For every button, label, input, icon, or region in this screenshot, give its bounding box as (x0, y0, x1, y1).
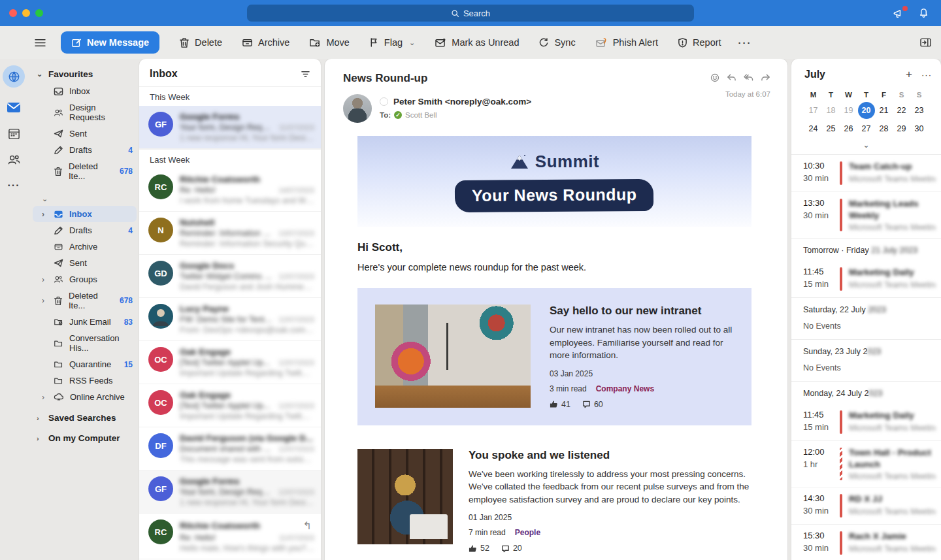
new-event-plus-icon[interactable]: + (906, 68, 912, 81)
agenda-event[interactable]: 13:3030 min Marketing Leads WeeklyMicros… (791, 191, 941, 238)
message-row[interactable]: RC Ritchie Coatsworth Re: Hello!14/07/20… (139, 169, 321, 212)
reply-icon[interactable] (727, 73, 736, 82)
featured-article-card[interactable]: Say hello to our new intranet Our new in… (357, 288, 751, 425)
comment-icon[interactable] (501, 544, 510, 553)
search-input[interactable]: Search (247, 5, 694, 22)
article-row[interactable]: You spoke and we listened We've been wor… (357, 449, 751, 553)
hamburger-menu-icon[interactable] (34, 38, 46, 48)
select-message-checkbox[interactable] (380, 97, 388, 106)
favourites-section-header[interactable]: ⌄ Favourites (33, 67, 137, 83)
thumbs-up-icon[interactable] (469, 544, 477, 553)
reaction-icon[interactable] (710, 73, 719, 82)
expand-arrow-icon[interactable]: › (42, 210, 44, 219)
agenda-event[interactable]: 12:001 hr Town Hall - Product LaunchMicr… (791, 440, 941, 487)
calendar-module-icon[interactable] (8, 127, 20, 140)
agenda-event[interactable]: 14:3030 min RD X JJMicrosoft Teams Meeti… (791, 487, 941, 524)
phish-alert-button[interactable]: Phish Alert (595, 37, 658, 48)
sidebar-item-fav-design-requests[interactable]: Design Requests (33, 99, 137, 125)
agenda-event[interactable]: 11:4515 min Marketing DailyMicrosoft Tea… (791, 261, 941, 297)
day-cell[interactable]: 29 (893, 120, 910, 137)
agenda-event[interactable]: 11:4515 min Marketing DailyMicrosoft Tea… (791, 404, 941, 440)
day-cell[interactable]: 26 (840, 120, 857, 137)
calendar-more-icon[interactable]: ··· (921, 70, 932, 80)
agenda-event[interactable]: 15:3030 min Rach X JamieMicrosoft Teams … (791, 524, 941, 560)
email-to[interactable]: Scott Bell (405, 111, 437, 119)
account-globe-icon[interactable] (3, 65, 25, 88)
day-cell[interactable]: 25 (823, 120, 840, 137)
reply-all-icon[interactable] (744, 73, 753, 82)
forward-icon[interactable] (761, 73, 770, 82)
day-cell[interactable]: 27 (858, 120, 875, 137)
sidebar-item-online-archive[interactable]: › Online Archive (33, 389, 137, 405)
message-row[interactable]: Lucy Payne FW: Demo Site for Tenta...12/… (139, 298, 321, 341)
filter-icon[interactable] (301, 70, 310, 78)
report-button[interactable]: Report (678, 37, 721, 48)
zoom-window-button[interactable] (35, 9, 43, 17)
on-my-computer-section[interactable]: › On my Computer (33, 425, 137, 446)
sidebar-item-conversation-history[interactable]: Conversation His... (33, 330, 137, 356)
saved-searches-section[interactable]: › Saved Searches (33, 405, 137, 425)
bell-icon[interactable] (918, 7, 929, 19)
article-category[interactable]: Company News (596, 384, 654, 393)
sidebar-item-deleted[interactable]: › Deleted Ite... 678 (33, 288, 137, 314)
mark-as-unread-button[interactable]: Mark as Unread (435, 37, 519, 48)
expand-arrow-icon[interactable]: › (42, 296, 44, 305)
message-row[interactable]: RC Ritchie Coatsworth↰ Re: Hello!11/07/2… (139, 514, 321, 559)
thumbs-up-icon[interactable] (550, 400, 558, 408)
message-row[interactable]: N Nutshell Reminder: Information Se...13… (139, 212, 321, 255)
sidebar-item-inbox[interactable]: › Inbox (33, 206, 137, 222)
announcements-icon[interactable] (893, 8, 905, 19)
message-row[interactable]: GF Google Forms Your form, Design Reque.… (139, 470, 321, 514)
day-cell[interactable]: 30 (911, 120, 928, 137)
sidebar-item-fav-deleted[interactable]: Deleted Ite... 678 (33, 158, 137, 184)
comment-icon[interactable] (582, 400, 591, 408)
email-body[interactable]: Summit Your News Roundup Hi Scott, Here'… (325, 128, 787, 560)
flag-button[interactable]: Flag ⌄ (369, 37, 415, 48)
expand-arrow-icon[interactable]: › (42, 275, 44, 284)
delete-button[interactable]: Delete (179, 37, 222, 48)
message-row[interactable]: OC Oak Engage [Test] Twitter Applet Up..… (139, 341, 321, 384)
calendar-collapse-chevron-icon[interactable]: ⌄ (791, 137, 941, 154)
day-cell[interactable]: 21 (876, 102, 893, 119)
article-title[interactable]: Say hello to our new intranet (550, 305, 734, 318)
sidebar-item-sent[interactable]: Sent (33, 255, 137, 271)
article-title[interactable]: You spoke and we listened (469, 449, 751, 462)
message-row[interactable]: GF Google Forms Your form, Design Reque.… (139, 106, 321, 149)
minimize-window-button[interactable] (22, 9, 30, 17)
panel-toggle-button[interactable] (919, 37, 932, 48)
day-cell[interactable]: 17 (805, 102, 822, 119)
day-cell[interactable]: 28 (876, 120, 893, 137)
article-category[interactable]: People (515, 528, 540, 537)
toolbar-overflow-button[interactable]: ··· (738, 37, 752, 48)
move-button[interactable]: Move (309, 37, 349, 48)
sidebar-item-drafts[interactable]: Drafts 4 (33, 222, 137, 239)
sidebar-item-quarantine[interactable]: Quarantine 15 (33, 356, 137, 372)
new-message-button[interactable]: New Message (61, 31, 159, 54)
sidebar-item-groups[interactable]: › Groups (33, 271, 137, 288)
message-row[interactable]: OC Oak Engage [Test] Twitter Applet Up..… (139, 384, 321, 427)
more-modules-icon[interactable]: ··· (8, 180, 20, 191)
sidebar-item-archive[interactable]: Archive (33, 239, 137, 255)
message-row[interactable]: GD Google Docs Twitter Widget Comms -...… (139, 255, 321, 298)
sidebar-item-fav-inbox[interactable]: Inbox (33, 83, 137, 99)
agenda-event[interactable]: 10:3030 min Team Catch-upMicrosoft Teams… (791, 155, 941, 191)
day-cell[interactable]: 19 (840, 102, 857, 119)
day-cell[interactable]: 24 (805, 120, 822, 137)
day-cell[interactable]: 22 (893, 102, 910, 119)
flag-dropdown-chevron-icon[interactable]: ⌄ (409, 39, 415, 47)
day-cell-selected[interactable]: 20 (858, 102, 875, 119)
account-collapse-chevron-icon[interactable]: ⌄ (33, 193, 137, 206)
sidebar-item-fav-sent[interactable]: Sent (33, 125, 137, 142)
sidebar-item-fav-drafts[interactable]: Drafts 4 (33, 142, 137, 158)
day-cell[interactable]: 18 (823, 102, 840, 119)
people-module-icon[interactable] (7, 154, 21, 165)
expand-arrow-icon[interactable]: › (42, 393, 44, 402)
sidebar-item-junk[interactable]: Junk Email 83 (33, 314, 137, 330)
close-window-button[interactable] (9, 9, 17, 17)
archive-button[interactable]: Archive (242, 37, 289, 48)
day-cell[interactable]: 23 (911, 102, 928, 119)
message-row[interactable]: DF David Ferguson (via Google D... Docum… (139, 427, 321, 470)
sync-button[interactable]: Sync (538, 37, 575, 48)
sidebar-item-rss[interactable]: RSS Feeds (33, 372, 137, 389)
mail-module-icon[interactable] (7, 102, 21, 113)
